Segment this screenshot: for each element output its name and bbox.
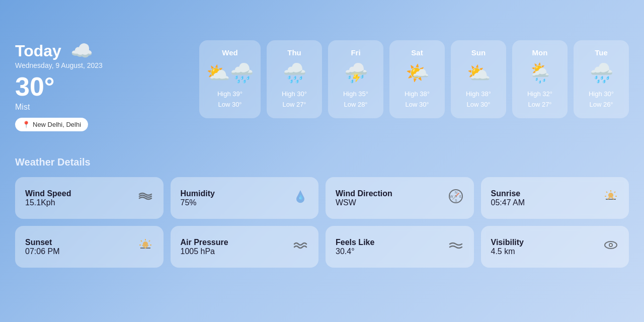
detail-value-5: 1005 hPa (181, 247, 228, 256)
detail-card-humidity: Humidity 75% 💧 (171, 177, 319, 219)
forecast-temps-fri: High 35°Low 28° (335, 89, 376, 110)
detail-icon-6 (448, 237, 464, 257)
detail-icon-4 (137, 237, 153, 257)
main-container: Today ☁️ Wednesday, 9 August, 2023 30° M… (0, 0, 644, 283)
forecast-icon-tue: 🌧️ (581, 62, 622, 84)
location-text: New Delhi, Delhi (33, 121, 81, 128)
detail-label-5: Air Pressure (181, 238, 228, 247)
forecast-card-fri: Fri ⛈️ High 35°Low 28° (328, 40, 383, 118)
forecast-temps-tue: High 30°Low 26° (581, 89, 622, 110)
current-weather-panel: Today ☁️ Wednesday, 9 August, 2023 30° M… (15, 40, 116, 131)
forecast-day-sat: Sat (396, 48, 438, 57)
svg-line-13 (606, 192, 607, 193)
svg-line-11 (614, 192, 615, 193)
forecast-card-thu: Thu 🌧️ High 30°Low 27° (267, 40, 322, 118)
top-section: Today ☁️ Wednesday, 9 August, 2023 30° M… (15, 40, 629, 131)
detail-text-0: Wind Speed 15.1Kph (25, 189, 71, 207)
svg-line-18 (149, 240, 150, 242)
detail-label-4: Sunset (25, 238, 59, 247)
svg-line-20 (141, 240, 142, 242)
forecast-temps-sat: High 38°Low 30° (396, 89, 438, 110)
detail-text-5: Air Pressure 1005 hPa (181, 238, 228, 256)
detail-card-wind-speed: Wind Speed 15.1Kph (15, 177, 164, 219)
detail-value-2: WSW (336, 198, 392, 207)
detail-card-wind-direction: Wind Direction WSW NSWE (326, 177, 474, 219)
detail-label-0: Wind Speed (25, 189, 71, 198)
weather-details-section: Weather Details Wind Speed 15.1Kph Humid… (15, 156, 629, 268)
forecast-strip: Wed ⛅🌧️ High 39°Low 30° Thu 🌧️ High 30°L… (136, 40, 629, 118)
detail-value-7: 4.5 km (491, 247, 524, 256)
forecast-day-fri: Fri (335, 48, 376, 57)
svg-point-25 (610, 244, 612, 246)
svg-text:S: S (455, 199, 457, 202)
detail-label-6: Feels Like (336, 238, 374, 247)
detail-text-7: Visibility 4.5 km (491, 238, 524, 256)
detail-icon-7 (603, 237, 619, 257)
detail-text-2: Wind Direction WSW (336, 189, 392, 207)
detail-card-feels-like: Feels Like 30.4° (326, 226, 474, 268)
forecast-day-mon: Mon (519, 48, 560, 57)
location-pin-icon: 📍 (22, 121, 30, 128)
svg-text:W: W (450, 195, 453, 198)
detail-label-7: Visibility (491, 238, 524, 247)
current-weather-icon: ☁️ (70, 40, 93, 61)
svg-text:N: N (455, 191, 457, 194)
forecast-icon-sat: 🌤️ (396, 62, 438, 84)
detail-card-sunset: Sunset 07:06 PM (15, 226, 164, 268)
forecast-temps-wed: High 39°Low 30° (206, 89, 254, 110)
forecast-card-wed: Wed ⛅🌧️ High 39°Low 30° (199, 40, 261, 118)
forecast-card-tue: Tue 🌧️ High 30°Low 26° (574, 40, 629, 118)
detail-value-4: 07:06 PM (25, 247, 59, 256)
details-grid: Wind Speed 15.1Kph Humidity 75% 💧 Wind D… (15, 177, 629, 268)
detail-icon-5 (292, 237, 308, 257)
forecast-icon-sun: ⛅ (458, 62, 499, 84)
detail-value-0: 15.1Kph (25, 198, 71, 207)
location-badge[interactable]: 📍 New Delhi, Delhi (15, 118, 88, 131)
forecast-card-sat: Sat 🌤️ High 38°Low 30° (389, 40, 445, 118)
forecast-day-tue: Tue (581, 48, 622, 57)
detail-card-visibility: Visibility 4.5 km (481, 226, 629, 268)
detail-icon-1: 💧 (292, 188, 308, 208)
detail-text-6: Feels Like 30.4° (336, 238, 374, 256)
forecast-icon-mon: 🌦️ (519, 62, 560, 84)
svg-text:💧: 💧 (298, 194, 304, 200)
detail-text-4: Sunset 07:06 PM (25, 238, 59, 256)
forecast-temps-thu: High 30°Low 27° (274, 89, 315, 110)
forecast-icon-wed: ⛅🌧️ (206, 62, 254, 84)
detail-icon-2: NSWE (448, 188, 464, 208)
detail-icon-0 (137, 188, 153, 208)
detail-card-air-pressure: Air Pressure 1005 hPa (171, 226, 319, 268)
detail-card-sunrise: Sunrise 05:47 AM (481, 177, 629, 219)
forecast-icon-thu: 🌧️ (274, 62, 315, 84)
detail-label-1: Humidity (181, 189, 215, 198)
today-label: Today (15, 42, 61, 60)
detail-text-3: Sunrise 05:47 AM (491, 189, 525, 207)
forecast-temps-mon: High 32°Low 27° (519, 89, 560, 110)
svg-text:E: E (459, 195, 462, 198)
forecast-card-sun: Sun ⛅ High 38°Low 30° (451, 40, 506, 118)
forecast-card-mon: Mon 🌦️ High 32°Low 27° (512, 40, 568, 118)
svg-point-9 (608, 193, 613, 198)
detail-label-2: Wind Direction (336, 189, 392, 198)
detail-value-6: 30.4° (336, 247, 374, 256)
detail-text-1: Humidity 75% (181, 189, 215, 207)
current-date: Wednesday, 9 August, 2023 (15, 61, 116, 69)
current-temp: 30° (15, 73, 116, 100)
detail-value-3: 05:47 AM (491, 198, 525, 207)
current-condition: Mist (15, 103, 116, 112)
forecast-day-wed: Wed (206, 48, 254, 57)
details-section-title: Weather Details (15, 156, 629, 168)
detail-icon-3 (603, 188, 619, 208)
forecast-temps-sun: High 38°Low 30° (458, 89, 499, 110)
forecast-icon-fri: ⛈️ (335, 62, 376, 84)
forecast-day-thu: Thu (274, 48, 315, 57)
detail-label-3: Sunrise (491, 189, 525, 198)
forecast-day-sun: Sun (458, 48, 499, 57)
detail-value-1: 75% (181, 198, 215, 207)
